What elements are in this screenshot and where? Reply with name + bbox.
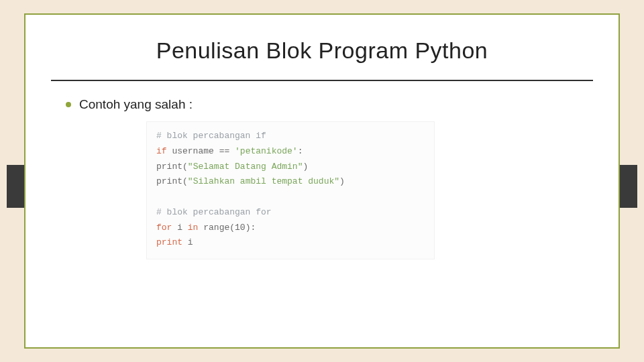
code-line: # blok percabangan if [156, 129, 425, 144]
code-keyword: if [156, 146, 167, 156]
code-operator: == [219, 146, 230, 156]
code-line: print i [156, 235, 425, 251]
code-ident: i [172, 223, 187, 233]
code-line: for i in range(10): [156, 221, 425, 236]
code-line: print("Selamat Datang Admin") [156, 160, 425, 175]
code-keyword: in [188, 223, 199, 233]
code-paren: ) [339, 176, 345, 186]
code-string: "Silahkan ambil tempat duduk" [188, 176, 339, 186]
code-line: if username == 'petanikode': [156, 144, 425, 160]
code-string: "Selamat Datang Admin" [188, 162, 303, 172]
code-number: 10 [235, 223, 246, 233]
slide-title: Penulisan Blok Program Python [25, 38, 619, 64]
slide-content: Contoh yang salah : # blok percabangan i… [25, 81, 619, 259]
code-colon: : [298, 146, 303, 156]
code-line-blank [156, 190, 425, 205]
code-line: # blok percabangan for [156, 205, 425, 221]
code-colon: : [250, 223, 256, 233]
code-ident: username [167, 146, 219, 156]
code-paren: ( [182, 162, 188, 172]
code-string: 'petanikode' [235, 146, 298, 156]
code-func: print [156, 162, 182, 172]
bullet-dot-icon [66, 102, 71, 107]
code-paren: ) [303, 162, 308, 172]
code-space [229, 146, 235, 156]
code-comment: # blok percabangan for [156, 207, 272, 217]
bullet-item: Contoh yang salah : [66, 97, 578, 112]
code-paren: ( [182, 176, 188, 186]
left-side-tab [7, 165, 25, 208]
code-comment: # blok percabangan if [156, 131, 266, 141]
right-side-tab [619, 165, 637, 208]
code-ident: i [182, 237, 193, 247]
slide-frame: Penulisan Blok Program Python Contoh yan… [24, 13, 620, 349]
code-keyword: print [156, 237, 182, 247]
code-line: print("Silahkan ambil tempat duduk") [156, 174, 425, 190]
code-func: range [198, 223, 229, 233]
code-paren: ( [229, 223, 235, 233]
code-func: print [156, 176, 182, 186]
code-keyword: for [156, 223, 172, 233]
code-block: # blok percabangan if if username == 'pe… [146, 121, 435, 259]
bullet-text: Contoh yang salah : [79, 97, 193, 112]
